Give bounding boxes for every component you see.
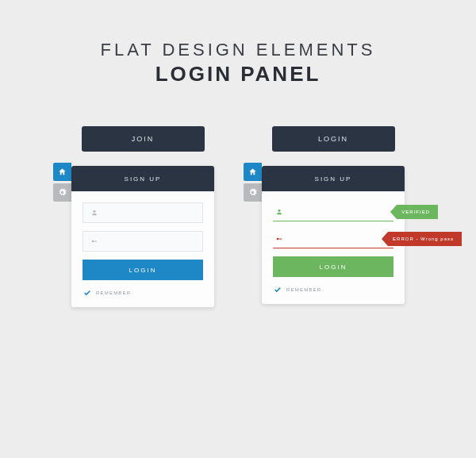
- card-header: SIGN UP: [262, 166, 405, 191]
- page-title: LOGIN PANEL: [0, 62, 476, 87]
- user-icon: [90, 208, 99, 217]
- login-top-button[interactable]: LOGIN: [272, 126, 395, 152]
- signup-card: SIGN UP VERIFIED ERROR - Wrong pass LOGI…: [262, 166, 405, 304]
- user-icon: [274, 207, 284, 217]
- settings-tab[interactable]: [244, 183, 262, 202]
- svg-rect-2: [96, 241, 97, 243]
- verified-badge: VERIFIED: [397, 205, 438, 219]
- check-icon: [273, 285, 282, 294]
- remember-label: REMEMBER: [286, 287, 321, 292]
- key-icon: [274, 234, 284, 244]
- settings-tab[interactable]: [53, 183, 71, 202]
- username-field[interactable]: [83, 202, 203, 223]
- svg-rect-5: [281, 238, 282, 240]
- signup-card: SIGN UP LOGIN REMEMBER: [71, 166, 214, 307]
- check-icon: [83, 288, 92, 298]
- page-subtitle: FLAT DESIGN ELEMENTS: [0, 40, 476, 60]
- remember-toggle[interactable]: REMEMBER: [83, 288, 203, 298]
- gear-icon: [248, 188, 258, 198]
- remember-label: REMEMBER: [96, 291, 131, 295]
- home-tab[interactable]: [244, 163, 262, 181]
- join-button[interactable]: JOIN: [82, 126, 205, 152]
- home-tab[interactable]: [53, 163, 71, 181]
- error-badge: ERROR - Wrong pass: [388, 232, 462, 246]
- card-header: SIGN UP: [71, 166, 214, 191]
- home-icon: [248, 167, 258, 177]
- home-icon: [58, 167, 67, 177]
- password-field[interactable]: ERROR - Wrong pass: [273, 229, 393, 248]
- username-field[interactable]: VERIFIED: [273, 202, 393, 221]
- remember-toggle[interactable]: REMEMBER: [273, 285, 393, 294]
- login-button[interactable]: LOGIN: [273, 256, 393, 277]
- panel-join: JOIN SIGN UP: [71, 126, 214, 307]
- password-field[interactable]: [83, 231, 203, 252]
- side-tabs: [53, 163, 71, 202]
- panel-login: LOGIN SIGN UP VERIFIED: [262, 126, 405, 307]
- login-button[interactable]: LOGIN: [83, 260, 203, 280]
- gear-icon: [58, 188, 67, 198]
- key-icon: [90, 237, 99, 246]
- side-tabs: [244, 163, 262, 202]
